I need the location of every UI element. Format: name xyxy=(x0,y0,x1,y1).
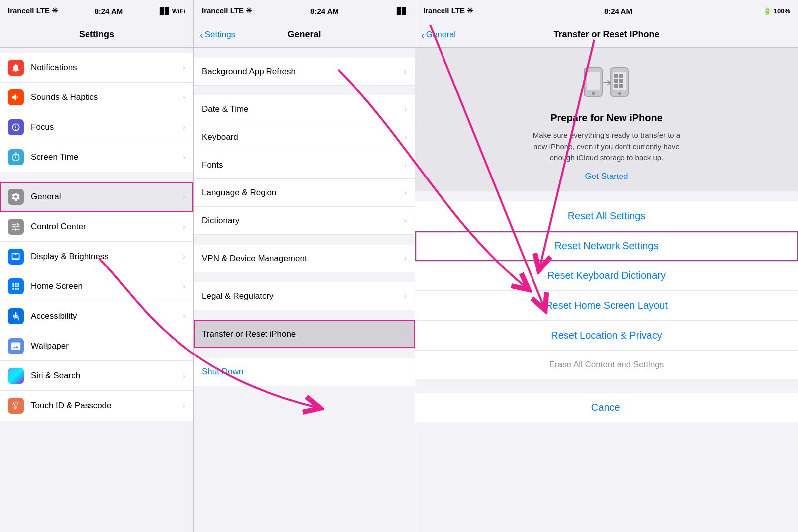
general-item-fonts[interactable]: Fonts › xyxy=(194,151,415,179)
battery-label: 100% xyxy=(774,7,790,15)
sidebar-item-sounds[interactable]: Sounds & Haptics › xyxy=(0,83,193,112)
settings-panel: Irancell LTE ✳ 8:24 AM ▊▊ WiFi Settings … xyxy=(0,0,194,532)
reset-back-button[interactable]: ‹ General xyxy=(421,30,456,40)
transfer-chevron: › xyxy=(404,330,407,339)
carrier-3: Irancell LTE ✳ xyxy=(423,6,473,15)
reset-back-chevron-icon: ‹ xyxy=(421,30,425,40)
touchid-label: Touch ID & Passcode xyxy=(31,401,183,411)
erase-all-label: Erase All Content and Settings xyxy=(549,360,664,370)
reset-section-gap xyxy=(415,191,798,201)
homescreen-label: Home Screen xyxy=(31,281,183,291)
svg-rect-8 xyxy=(614,79,618,83)
cancel-button[interactable]: Cancel xyxy=(415,393,798,422)
back-label: Settings xyxy=(205,30,235,40)
reset-keyboard-button[interactable]: Reset Keyboard Dictionary xyxy=(415,261,798,291)
general-item-legal[interactable]: Legal & Regulatory › xyxy=(194,282,415,310)
svg-rect-7 xyxy=(619,74,623,78)
sidebar-item-siri[interactable]: Siri & Search › xyxy=(0,361,193,391)
time-2: 8:24 AM xyxy=(310,7,339,15)
fonts-label: Fonts xyxy=(202,160,404,170)
svg-rect-10 xyxy=(614,84,618,88)
vpn-label: VPN & Device Management xyxy=(202,254,404,264)
general-nav-bar: ‹ Settings General xyxy=(194,22,415,48)
general-item-transfer[interactable]: Transfer or Reset iPhone › xyxy=(194,320,415,348)
touchid-chevron: › xyxy=(183,401,185,410)
cancel-section-gap xyxy=(415,379,798,389)
general-item-vpn[interactable]: VPN & Device Management › xyxy=(194,245,415,272)
sidebar-item-homescreen[interactable]: Home Screen › xyxy=(0,271,193,301)
svg-point-0 xyxy=(15,312,16,313)
controlcenter-label: Control Center xyxy=(31,222,183,232)
notifications-icon xyxy=(8,60,24,76)
keyboard-label: Keyboard xyxy=(202,132,404,142)
erase-all-button[interactable]: Erase All Content and Settings xyxy=(415,351,798,379)
siri-label: Siri & Search xyxy=(31,371,183,381)
shutdown-label: Shut Down xyxy=(202,367,407,377)
sidebar-item-notifications[interactable]: Notifications › xyxy=(0,53,193,83)
display-icon xyxy=(8,249,24,265)
reset-keyboard-label: Reset Keyboard Dictionary xyxy=(547,270,666,281)
reset-homescreen-button[interactable]: Reset Home Screen Layout xyxy=(415,291,798,321)
sidebar-item-general[interactable]: General › xyxy=(0,182,193,212)
sidebar-item-display[interactable]: Display & Brightness › xyxy=(0,242,193,271)
time-3: 8:24 AM xyxy=(604,7,632,15)
language-label: Language & Region xyxy=(202,188,404,198)
general-section-gap-5 xyxy=(194,310,415,320)
sidebar-item-touchid[interactable]: Touch ID & Passcode › xyxy=(0,391,193,421)
reset-network-label: Reset Network Settings xyxy=(555,240,659,252)
prepare-section: Prepare for New iPhone Make sure everyth… xyxy=(415,48,798,191)
general-section-gap-6 xyxy=(194,348,415,358)
screentime-chevron: › xyxy=(183,153,185,162)
status-icons-1: ▊▊ WiFi xyxy=(160,7,185,15)
general-item-dictionary[interactable]: Dictionary › xyxy=(194,207,415,235)
wifi-icon: WiFi xyxy=(172,7,185,15)
siri-icon xyxy=(8,368,24,384)
display-chevron: › xyxy=(183,252,185,261)
general-item-bg-refresh[interactable]: Background App Refresh › xyxy=(194,58,415,86)
legal-label: Legal & Regulatory xyxy=(202,291,404,301)
reset-location-label: Reset Location & Privacy xyxy=(551,330,662,341)
general-back-button[interactable]: ‹ Settings xyxy=(200,30,235,40)
screentime-icon xyxy=(8,149,24,165)
dictionary-chevron: › xyxy=(404,216,407,225)
reset-location-button[interactable]: Reset Location & Privacy xyxy=(415,321,798,351)
carrier-2: Irancell LTE ✳ xyxy=(202,6,252,15)
status-bar-3: Irancell LTE ✳ 8:24 AM 🔋 100% xyxy=(415,0,798,22)
sounds-icon xyxy=(8,89,24,105)
svg-rect-9 xyxy=(619,79,623,83)
general-item-language[interactable]: Language & Region › xyxy=(194,179,415,207)
status-bar-2: Irancell LTE ✳ 8:24 AM ▊▊ xyxy=(194,0,415,22)
reset-all-settings-button[interactable]: Reset All Settings xyxy=(415,201,798,231)
sidebar-item-screentime[interactable]: Screen Time › xyxy=(0,142,193,172)
general-list: Background App Refresh › Date & Time › K… xyxy=(194,48,415,532)
reset-nav-bar: ‹ General Transfer or Reset iPhone xyxy=(415,22,798,48)
get-started-link[interactable]: Get Started xyxy=(585,172,628,181)
reset-network-settings-button[interactable]: Reset Network Settings xyxy=(415,231,798,261)
sidebar-item-wallpaper[interactable]: Wallpaper › xyxy=(0,331,193,361)
sidebar-item-focus[interactable]: Focus › xyxy=(0,112,193,142)
general-item-shutdown[interactable]: Shut Down xyxy=(194,358,415,386)
general-section-gap-3 xyxy=(194,235,415,245)
svg-point-3 xyxy=(592,92,595,95)
sidebar-item-accessibility[interactable]: Accessibility › xyxy=(0,301,193,331)
signal-icon-2: ▊▊ xyxy=(397,7,407,15)
reset-options-list: Reset All Settings Reset Network Setting… xyxy=(415,201,798,379)
general-item-date-time[interactable]: Date & Time › xyxy=(194,95,415,123)
display-label: Display & Brightness xyxy=(31,252,183,262)
signal-icon: ▊▊ xyxy=(160,7,170,15)
general-item-keyboard[interactable]: Keyboard › xyxy=(194,123,415,151)
sidebar-item-controlcenter[interactable]: Control Center › xyxy=(0,212,193,242)
reset-panel: Irancell LTE ✳ 8:24 AM 🔋 100% ‹ General … xyxy=(415,0,798,532)
status-icons-3: 🔋 100% xyxy=(763,7,790,15)
status-icons-2: ▊▊ xyxy=(397,7,407,15)
date-time-chevron: › xyxy=(404,105,407,114)
prepare-title: Prepare for New iPhone xyxy=(550,112,663,124)
settings-title: Settings xyxy=(79,29,114,40)
general-section-gap-1 xyxy=(194,48,415,58)
date-time-label: Date & Time xyxy=(202,104,404,114)
general-panel: Irancell LTE ✳ 8:24 AM ▊▊ ‹ Settings Gen… xyxy=(194,0,415,532)
controlcenter-chevron: › xyxy=(183,222,185,231)
focus-icon xyxy=(8,119,24,135)
general-section-gap-2 xyxy=(194,86,415,95)
back-chevron-icon: ‹ xyxy=(200,30,203,40)
